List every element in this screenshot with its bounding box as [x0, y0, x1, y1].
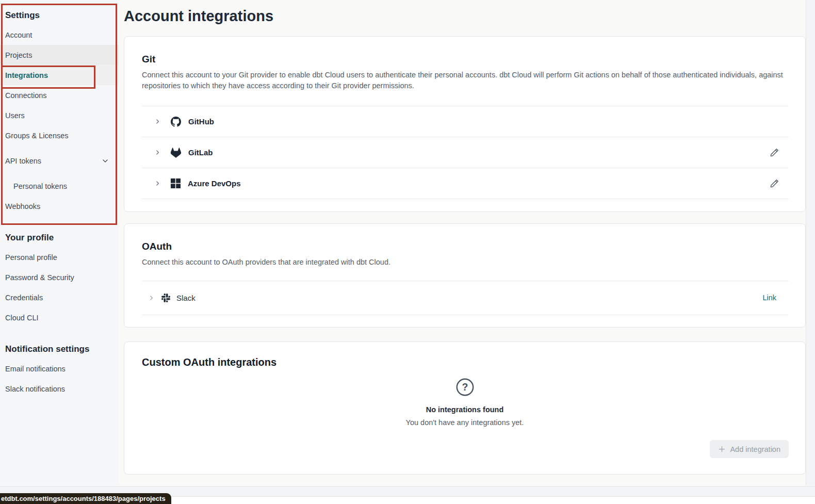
- sidebar-section-settings: Settings Account Projects Integrations C…: [0, 6, 119, 216]
- sidebar-item-personal-tokens[interactable]: Personal tokens: [0, 176, 119, 196]
- question-circle-icon: ?: [455, 378, 475, 399]
- edit-icon[interactable]: [770, 178, 779, 188]
- chevron-right-icon[interactable]: [154, 149, 161, 156]
- oauth-card: OAuth Connect this account to OAuth prov…: [124, 223, 806, 328]
- git-heading: Git: [142, 54, 788, 65]
- chevron-right-icon[interactable]: [154, 118, 161, 125]
- link-preview-url: etdbt.com/settings/accounts/188483/pages…: [1, 495, 166, 502]
- sidebar-item-projects[interactable]: Projects: [0, 45, 119, 65]
- sidebar-item-personal-profile[interactable]: Personal profile: [0, 247, 119, 267]
- sidebar-heading-settings: Settings: [0, 6, 119, 25]
- sidebar-item-password-security[interactable]: Password & Security: [0, 267, 119, 287]
- add-integration-button[interactable]: Add integration: [710, 440, 789, 458]
- sidebar-item-account[interactable]: Account: [0, 25, 119, 45]
- empty-state-title: No integrations found: [426, 405, 504, 414]
- integration-row-azure-devops[interactable]: Azure DevOps: [142, 168, 789, 199]
- plus-icon: [718, 445, 726, 453]
- integration-label: Slack: [176, 294, 195, 302]
- empty-state: ? No integrations found You don't have a…: [124, 378, 805, 427]
- sidebar-item-users[interactable]: Users: [0, 105, 119, 125]
- sidebar-item-api-tokens[interactable]: API tokens: [0, 151, 119, 171]
- azure-devops-icon: [171, 178, 181, 188]
- integration-label: GitLab: [188, 148, 213, 157]
- git-rows: GitHub GitLab: [142, 106, 789, 199]
- integration-row-github[interactable]: GitHub: [142, 106, 789, 137]
- git-description: Connect this account to your Git provide…: [142, 70, 789, 91]
- sidebar-item-slack-notifications[interactable]: Slack notifications: [0, 379, 119, 399]
- edit-icon[interactable]: [770, 148, 779, 157]
- oauth-rows: Slack Link: [142, 281, 789, 315]
- integration-row-gitlab[interactable]: GitLab: [142, 137, 789, 168]
- slack-icon: [161, 294, 170, 302]
- oauth-heading: OAuth: [142, 241, 788, 252]
- settings-sidebar: Settings Account Projects Integrations C…: [0, 0, 119, 485]
- oauth-description: Connect this account to OAuth providers …: [142, 257, 789, 268]
- custom-oauth-card: Custom OAuth integrations ? No integrati…: [124, 342, 806, 475]
- vertical-scrollbar-track[interactable]: [806, 0, 815, 485]
- github-icon: [171, 117, 181, 127]
- chevron-down-icon[interactable]: [101, 157, 109, 165]
- custom-oauth-heading: Custom OAuth integrations: [142, 356, 788, 368]
- sidebar-item-groups-licenses[interactable]: Groups & Licenses: [0, 125, 119, 145]
- sidebar-item-integrations[interactable]: Integrations: [0, 65, 119, 85]
- sidebar-item-email-notifications[interactable]: Email notifications: [0, 359, 119, 379]
- sidebar-item-webhooks[interactable]: Webhooks: [0, 196, 119, 216]
- sidebar-item-connections[interactable]: Connections: [0, 85, 119, 105]
- sidebar-section-your-profile: Your profile Personal profile Password &…: [0, 229, 119, 328]
- sidebar-heading-notification-settings: Notification settings: [0, 340, 119, 359]
- sidebar-item-credentials[interactable]: Credentials: [0, 287, 119, 307]
- git-card: Git Connect this account to your Git pro…: [124, 36, 806, 212]
- svg-text:?: ?: [462, 381, 468, 393]
- page-title: Account integrations: [124, 7, 806, 25]
- gitlab-icon: [171, 148, 181, 158]
- integration-label: Azure DevOps: [188, 179, 241, 188]
- sidebar-section-notification-settings: Notification settings Email notification…: [0, 340, 119, 399]
- integration-label: GitHub: [188, 117, 214, 126]
- chevron-right-icon[interactable]: [154, 180, 161, 187]
- sidebar-heading-your-profile: Your profile: [0, 229, 119, 247]
- link-preview-tooltip: etdbt.com/settings/accounts/188483/pages…: [0, 493, 171, 504]
- integration-row-slack[interactable]: Slack Link: [142, 281, 789, 315]
- slack-link-action[interactable]: Link: [762, 294, 776, 302]
- main-content: Account integrations Git Connect this ac…: [119, 0, 806, 485]
- add-integration-label: Add integration: [730, 445, 780, 453]
- empty-state-subtitle: You don't have any integrations yet.: [406, 418, 524, 427]
- chevron-right-icon[interactable]: [148, 295, 155, 301]
- sidebar-item-cloud-cli[interactable]: Cloud CLI: [0, 307, 119, 328]
